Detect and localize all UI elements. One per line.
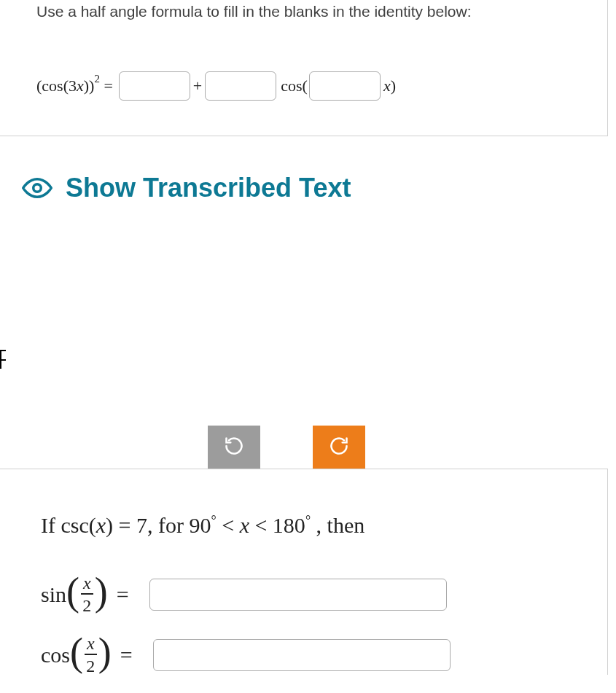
q1-close-paren: ) <box>391 77 396 95</box>
redo-icon <box>329 436 349 459</box>
question1-container: Use a half angle formula to fill in the … <box>0 0 608 136</box>
q1-blank-1[interactable] <box>119 71 190 101</box>
q2-condition-text: If csc(x) = 7, for 90° < x < 180° , then <box>41 513 607 538</box>
q1-blank-2[interactable] <box>205 71 276 101</box>
show-transcribed-toggle[interactable]: Show Transcribed Text <box>22 173 616 203</box>
q1-equation: (cos(3x))2 = + cos( x ) <box>36 71 607 101</box>
q1-var-x: x <box>383 77 391 95</box>
q2-sin-answer-input[interactable] <box>149 579 447 611</box>
svg-point-0 <box>34 184 42 192</box>
q1-lhs: (cos(3x))2 = <box>36 76 113 95</box>
q2-sin-label: sin <box>41 582 66 607</box>
fraction-x-over-2: x 2 <box>85 635 97 675</box>
close-paren: ) <box>98 637 112 668</box>
q1-cos-open: cos( <box>281 77 308 95</box>
open-paren: ( <box>66 576 79 608</box>
q2-cos-label: cos <box>41 643 70 667</box>
question2-container: If csc(x) = 7, for 90° < x < 180° , then… <box>0 469 608 675</box>
q1-instruction-text: Use a half angle formula to fill in the … <box>36 0 607 20</box>
q2-cos-row: cos ( x 2 ) = <box>41 635 607 675</box>
q1-blank-3[interactable] <box>309 71 381 101</box>
equals-sign: = <box>117 582 129 607</box>
ruler-tick <box>0 350 6 369</box>
open-paren: ( <box>70 637 83 668</box>
equals-sign: = <box>120 643 133 667</box>
button-row <box>0 426 616 469</box>
q2-cos-answer-input[interactable] <box>153 639 451 671</box>
fraction-x-over-2: x 2 <box>81 574 93 614</box>
eye-icon <box>22 173 52 203</box>
show-transcribed-label: Show Transcribed Text <box>66 173 351 203</box>
redo-button[interactable] <box>313 426 365 469</box>
close-paren: ) <box>95 576 108 608</box>
q1-plus: + <box>193 77 202 95</box>
undo-icon <box>224 436 244 459</box>
undo-button[interactable] <box>208 426 260 469</box>
q2-sin-row: sin ( x 2 ) = <box>41 574 607 614</box>
